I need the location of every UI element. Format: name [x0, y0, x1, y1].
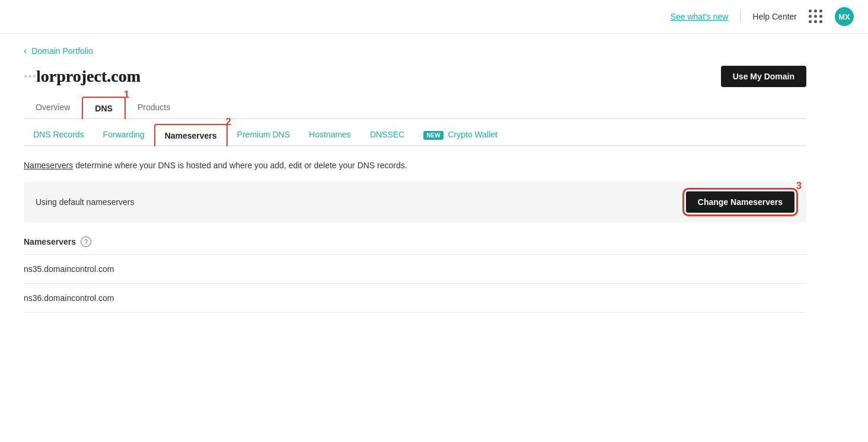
nameserver-entry-1: ns35.domaincontrol.com — [24, 255, 806, 284]
domain-title: ···lorproject.com — [24, 67, 141, 86]
description-text: determine where your DNS is hosted and w… — [73, 161, 407, 170]
help-center-link[interactable]: Help Center — [752, 12, 797, 21]
main-tabs: Overview DNS 1 Products — [24, 97, 806, 119]
nameservers-section: Nameservers ? ns35.domaincontrol.com ns3… — [24, 236, 806, 313]
use-my-domain-button[interactable]: Use My Domain — [721, 66, 806, 87]
user-avatar[interactable]: MX — [835, 7, 854, 26]
topbar-divider — [740, 11, 741, 23]
subtab-nameservers[interactable]: Nameservers 2 — [154, 124, 228, 146]
step-3-badge: 3 — [796, 181, 802, 191]
domain-header: ···lorproject.com Use My Domain — [24, 66, 806, 87]
nameservers-section-header: Nameservers ? — [24, 236, 806, 255]
change-nameservers-button[interactable]: Change Nameservers — [686, 191, 794, 213]
subtab-forwarding[interactable]: Forwarding — [94, 124, 154, 146]
using-default-label: Using default nameservers — [36, 197, 135, 207]
subtab-crypto-wallet[interactable]: NEW Crypto Wallet — [414, 124, 507, 146]
see-whats-new-link[interactable]: See what's new — [671, 12, 729, 21]
nameservers-section-title: Nameservers — [24, 237, 76, 246]
step-2-badge: 2 — [226, 117, 231, 127]
apps-grid-icon[interactable] — [809, 9, 823, 24]
help-icon[interactable]: ? — [81, 236, 91, 247]
breadcrumb-label[interactable]: Domain Portfolio — [31, 46, 93, 56]
sub-tabs: DNS Records Forwarding Nameservers 2 Pre… — [24, 119, 806, 146]
subtab-dns-records[interactable]: DNS Records — [24, 124, 94, 146]
page-content: ‹ Domain Portfolio ···lorproject.com Use… — [0, 34, 830, 325]
breadcrumb[interactable]: ‹ Domain Portfolio — [24, 46, 806, 56]
tab-overview[interactable]: Overview — [24, 97, 82, 119]
nameserver-status-row: Using default nameservers Change Nameser… — [24, 182, 806, 222]
nameservers-link[interactable]: Nameservers — [24, 161, 73, 170]
nameserver-entry-2: ns36.domaincontrol.com — [24, 284, 806, 313]
tab-dns[interactable]: DNS 1 — [82, 97, 126, 119]
subtab-dnssec[interactable]: DNSSEC — [360, 124, 414, 146]
topbar: See what's new Help Center MX — [0, 0, 868, 34]
step-1-badge: 1 — [124, 89, 129, 100]
tab-products[interactable]: Products — [126, 97, 182, 119]
new-badge: NEW — [423, 131, 443, 140]
subtab-hostnames[interactable]: Hostnames — [299, 124, 360, 146]
back-arrow-icon: ‹ — [24, 46, 27, 56]
subtab-premium-dns[interactable]: Premium DNS — [228, 124, 299, 146]
nameservers-description: Nameservers determine where your DNS is … — [24, 161, 806, 170]
